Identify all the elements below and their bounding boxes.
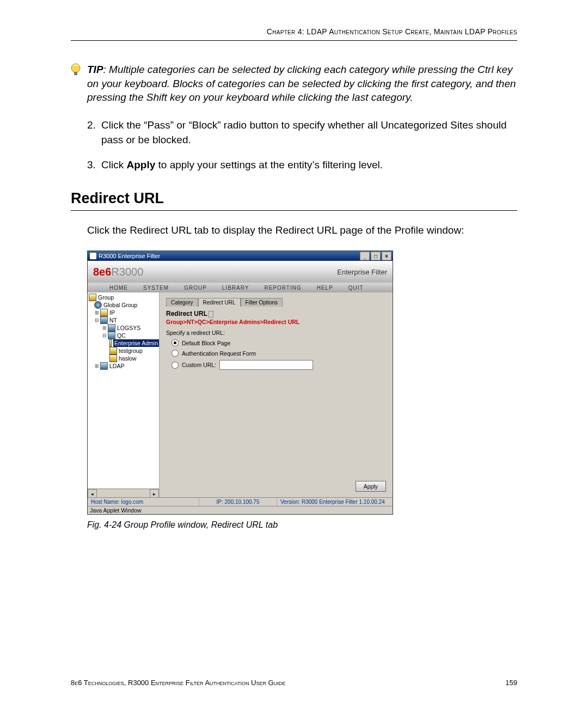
step-3-bold: Apply bbox=[126, 159, 155, 170]
tab-strip: Category Redirect URL Filter Options bbox=[166, 298, 386, 307]
app-window: R3000 Enterprise Filter _ □ × 8e6R3000 E… bbox=[87, 251, 393, 515]
group-icon bbox=[109, 339, 112, 347]
step-2-number: 2. bbox=[87, 118, 101, 148]
brand-bar: 8e6R3000 Enterprise Filter bbox=[88, 261, 393, 283]
tree-logsys[interactable]: LOGSYS bbox=[117, 324, 140, 332]
status-version: Version: R3000 Enterprise Filter 1.10.00… bbox=[277, 498, 393, 506]
step-3: 3. Click Apply to apply your settings at… bbox=[87, 157, 517, 173]
group-icon bbox=[109, 347, 117, 355]
section-label: Specify a redirect URL: bbox=[166, 329, 386, 336]
users-icon bbox=[100, 362, 108, 370]
breadcrumb: Group>NT>QC>Enterprise Admins>Redirect U… bbox=[166, 319, 386, 325]
tree-testgroup[interactable]: testgroup bbox=[119, 347, 143, 355]
users-icon bbox=[108, 332, 115, 339]
step-3-number: 3. bbox=[87, 157, 101, 173]
menu-library[interactable]: LIBRARY bbox=[222, 285, 249, 291]
scroll-right-icon[interactable]: ▸ bbox=[150, 489, 159, 497]
window-title: R3000 Enterprise Filter bbox=[99, 253, 160, 259]
tab-redirect-url[interactable]: Redirect URL bbox=[198, 298, 241, 307]
users-icon bbox=[100, 316, 108, 324]
maximize-button[interactable]: □ bbox=[371, 252, 381, 260]
tree-enterprise-admin[interactable]: Enterprise Admin bbox=[113, 339, 159, 347]
tree-root[interactable]: Group bbox=[98, 294, 114, 301]
panel-title: Redirect URL bbox=[166, 310, 207, 318]
menu-group[interactable]: GROUP bbox=[184, 285, 207, 291]
radio-custom-label: Custom URL: bbox=[182, 362, 216, 368]
group-icon bbox=[109, 355, 117, 362]
window-titlebar: R3000 Enterprise Filter _ □ × bbox=[88, 251, 393, 261]
footer-page-number: 159 bbox=[505, 679, 517, 687]
navigation-tree[interactable]: Group Global Group ⊞IP ⊟NT ⊞LOGSYS ⊟QC E… bbox=[88, 292, 160, 497]
panel-badge bbox=[209, 311, 213, 318]
menu-reporting[interactable]: REPORTING bbox=[264, 285, 301, 291]
tab-category[interactable]: Category bbox=[166, 298, 198, 307]
running-header: Chapter 4: LDAP Authentication Setup Cre… bbox=[71, 27, 517, 41]
group-icon bbox=[89, 294, 96, 301]
status-bar: Host Name: logo.com IP: 200.10.100.75 Ve… bbox=[88, 497, 393, 506]
footer-left: 8e6 Technologies, R3000 Enterprise Filte… bbox=[71, 679, 285, 687]
globe-icon bbox=[94, 301, 102, 309]
content-panel: Category Redirect URL Filter Options Red… bbox=[160, 292, 393, 497]
menu-help[interactable]: HELP bbox=[317, 285, 333, 291]
status-ip: IP: 200.10.100.75 bbox=[199, 498, 277, 506]
menu-system[interactable]: SYSTEM bbox=[143, 285, 169, 291]
status-host: Host Name: logo.com bbox=[88, 498, 199, 506]
svg-rect-1 bbox=[74, 72, 77, 75]
lightbulb-icon bbox=[70, 63, 82, 78]
close-button[interactable]: × bbox=[382, 252, 391, 260]
section-heading-redirect-url: Redirect URL bbox=[71, 190, 517, 211]
apply-button[interactable]: Apply bbox=[356, 481, 386, 492]
tree-haslow[interactable]: haslow bbox=[119, 355, 137, 362]
menu-quit[interactable]: QUIT bbox=[348, 285, 364, 291]
tab-filter-options[interactable]: Filter Options bbox=[241, 298, 283, 307]
figure-screenshot: R3000 Enterprise Filter _ □ × 8e6R3000 E… bbox=[87, 251, 517, 515]
step-3-pre: Click bbox=[101, 159, 126, 170]
radio-custom-url[interactable]: Custom URL: bbox=[166, 360, 386, 370]
app-icon bbox=[90, 253, 96, 259]
radio-auth-request[interactable]: Authentication Request Form bbox=[166, 350, 386, 357]
intro-paragraph: Click the Redirect URL tab to display th… bbox=[87, 223, 517, 238]
step-2: 2. Click the “Pass” or “Block” radio but… bbox=[87, 118, 517, 148]
tree-global[interactable]: Global Group bbox=[103, 301, 137, 309]
step-3-post: to apply your settings at the entity’s f… bbox=[155, 159, 383, 170]
collapse-icon[interactable]: ⊟ bbox=[94, 316, 99, 324]
custom-url-input[interactable] bbox=[219, 360, 313, 370]
tree-ip[interactable]: IP bbox=[109, 309, 115, 316]
expand-icon[interactable]: ⊞ bbox=[102, 324, 107, 332]
radio-default-label: Default Block Page bbox=[182, 340, 230, 346]
menu-bar: HOME SYSTEM GROUP LIBRARY REPORTING HELP… bbox=[88, 283, 393, 292]
users-icon bbox=[108, 324, 115, 332]
radio-icon[interactable] bbox=[171, 362, 179, 369]
folder-icon bbox=[100, 309, 108, 316]
expand-icon[interactable]: ⊞ bbox=[94, 362, 99, 370]
tip-block: TIP: Multiple categories can be selected… bbox=[87, 63, 517, 105]
tree-qc[interactable]: QC bbox=[117, 332, 126, 339]
java-applet-label: Java Applet Window bbox=[88, 506, 393, 514]
tree-scrollbar[interactable]: ◂ ▸ bbox=[88, 489, 159, 497]
tree-ldap[interactable]: LDAP bbox=[109, 362, 124, 370]
figure-caption: Fig. 4-24 Group Profile window, Redirect… bbox=[87, 520, 517, 530]
page-footer: 8e6 Technologies, R3000 Enterprise Filte… bbox=[71, 679, 517, 687]
collapse-icon[interactable]: ⊟ bbox=[102, 332, 107, 339]
expand-icon[interactable]: ⊞ bbox=[94, 309, 99, 316]
tree-nt[interactable]: NT bbox=[109, 316, 117, 324]
brand-subtitle: Enterprise Filter bbox=[337, 268, 387, 276]
tip-label: TIP bbox=[87, 64, 103, 75]
radio-default-block[interactable]: Default Block Page bbox=[166, 339, 386, 346]
brand-logo: 8e6R3000 bbox=[93, 266, 143, 278]
radio-auth-label: Authentication Request Form bbox=[182, 350, 256, 357]
minimize-button[interactable]: _ bbox=[360, 252, 370, 260]
radio-icon[interactable] bbox=[171, 339, 179, 346]
menu-home[interactable]: HOME bbox=[109, 285, 128, 291]
scroll-left-icon[interactable]: ◂ bbox=[88, 489, 97, 497]
step-2-text: Click the “Pass” or “Block” radio button… bbox=[101, 118, 517, 148]
tip-text: : Multiple categories can be selected by… bbox=[87, 64, 516, 103]
radio-icon[interactable] bbox=[171, 350, 179, 357]
